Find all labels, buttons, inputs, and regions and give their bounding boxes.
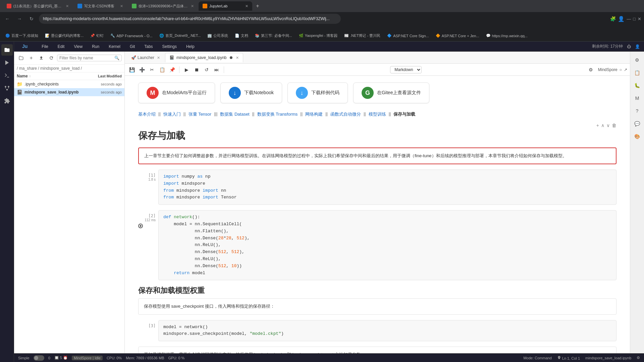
notebook-tab-close[interactable]: ✕ (236, 56, 239, 60)
run-all-button[interactable]: ⏭ (212, 65, 221, 74)
tab-close-4[interactable]: ✕ (245, 4, 248, 8)
bookmark-docs[interactable]: 📄 文档 (232, 33, 251, 39)
share-icon[interactable]: ↗ (624, 67, 627, 72)
add-cell-button[interactable]: ➕ (138, 65, 146, 74)
nav-link-quickstart[interactable]: 快速入门 (163, 111, 181, 117)
right-help-icon[interactable]: ? (632, 105, 643, 117)
browser-tab-3[interactable]: 徐涛+13960699696+产品体验评 ✕ (128, 1, 198, 11)
menu-kernel[interactable]: Kernel (107, 44, 122, 50)
address-input[interactable] (39, 14, 341, 24)
nav-link-autodiff[interactable]: 函数式自动微分 (330, 111, 361, 117)
action-btn-notebook[interactable]: ↓ 下载Notebook (220, 82, 282, 103)
right-mindspore-icon[interactable]: M (632, 93, 643, 104)
cell-code-block-2[interactable]: def network(): model = nn.SequentialCell… (158, 210, 616, 280)
bookmark-netblog[interactable]: 📰 .NET博记 - 曹川民 (341, 33, 383, 39)
menu-edit[interactable]: Edit (56, 44, 67, 50)
close-button[interactable]: ✕ (638, 16, 641, 21)
menu-help[interactable]: Help (184, 44, 197, 50)
right-chat-icon[interactable]: 💬 (632, 118, 643, 129)
browser-tab-4[interactable]: JupyterLab ✕ (199, 1, 252, 11)
bookmark-yao[interactable]: 🌿 Yaopengfei - 博客园 (296, 33, 340, 39)
cut-cell-button[interactable]: ✂ (148, 65, 156, 74)
tab-close-2[interactable]: ✕ (120, 4, 123, 8)
new-folder-button[interactable] (17, 54, 25, 62)
right-settings-status[interactable]: ⚙ (637, 356, 640, 360)
menu-git[interactable]: Git (128, 44, 137, 50)
cell-code-block-3[interactable]: model = network() mindspore.save_checkpo… (158, 320, 616, 342)
search-input[interactable] (59, 56, 113, 60)
nav-link-intro[interactable]: 基本介绍 (138, 111, 156, 117)
activity-terminal-icon[interactable] (1, 70, 13, 81)
settings-icon[interactable]: ⚙ (587, 65, 595, 74)
file-item-checkpoints[interactable]: 📁 .ipynb_checkpoints seconds ago (14, 80, 124, 88)
refresh-button[interactable] (47, 54, 56, 62)
sort-name-button[interactable]: Name ↑ (17, 74, 85, 78)
menu-view[interactable]: View (72, 44, 85, 50)
profile-icon[interactable]: 👤 (618, 16, 625, 22)
run-cell-button[interactable]: ▶ (182, 65, 191, 74)
cell-code-block-1[interactable]: import numpy as np import mindspore from… (158, 170, 616, 205)
bookmark-dingtalk[interactable]: 📌 钉钉 (88, 33, 106, 39)
cell-markdown-1[interactable]: 上一章节主要介绍了如何调整超参数，并进行网络模型训练。在训练网络模型的过程中，实… (138, 147, 616, 164)
tab-close-3[interactable]: ✕ (191, 4, 194, 8)
back-button[interactable]: ← (3, 14, 12, 23)
launcher-tab-close[interactable]: ✕ (157, 56, 160, 60)
restart-kernel-button[interactable]: ↺ (202, 65, 211, 74)
search-box[interactable]: 🔍 (57, 55, 122, 61)
bookmark-aspnet1[interactable]: 🔷 ASP.NET Core Sign... (384, 33, 432, 39)
nb-tab-notebook[interactable]: 📓 mindspore_save_load.ipynb ✕ (165, 53, 243, 62)
file-item-notebook[interactable]: 📓 mindspore_save_load.ipynb seconds ago (14, 88, 124, 96)
run-cell-btn-2[interactable] (138, 224, 143, 228)
paste-cell-button[interactable]: 📌 (168, 65, 176, 74)
activity-run-icon[interactable] (1, 57, 13, 68)
action-btn-modelarts[interactable]: M 在ModelArts平台运行 (138, 82, 215, 103)
nav-link-dataset[interactable]: 数据集 Dataset (220, 111, 249, 117)
user-icon[interactable]: 👤 (635, 44, 640, 49)
simple-toggle[interactable] (34, 355, 44, 361)
extensions-icon[interactable]: 🧩 (610, 16, 616, 21)
nb-tab-launcher[interactable]: 🚀 Launcher ✕ (127, 53, 164, 62)
new-launcher-button[interactable] (27, 54, 36, 62)
move-down-btn[interactable]: ∨ (606, 123, 610, 128)
menu-tabs[interactable]: Tabs (142, 44, 155, 50)
nav-link-network[interactable]: 网络构建 (305, 111, 323, 117)
bookmark-aspnet2[interactable]: 🔶 ASP.NET Core + Jen... (433, 33, 482, 39)
move-up-btn[interactable]: ∧ (601, 123, 604, 128)
reload-button[interactable]: ↻ (27, 14, 36, 23)
save-button[interactable]: 💾 (127, 65, 136, 74)
action-btn-code[interactable]: ↓ 下载样例代码 (287, 82, 348, 103)
menu-run[interactable]: Run (90, 44, 101, 50)
bookmark-baidu[interactable]: 🔵 百度一下,你就知 (3, 33, 41, 39)
right-palette-icon[interactable]: 🎨 (632, 131, 643, 142)
cell-markdown-2[interactable]: 保存模型使用 save_checkpoint 接口，传入网络和指定的保存路径： (138, 298, 616, 314)
bookmark-sec3[interactable]: 📚 第三节: 必备中间... (252, 33, 294, 39)
minimize-button[interactable]: — (627, 16, 631, 21)
browser-tab-2[interactable]: 写文章-CSDN博客 ✕ (73, 1, 127, 11)
tab-close-1[interactable]: ✕ (66, 4, 69, 8)
browser-tab-1[interactable]: (11条消息）墨公媛代码_墨公系列 ✕ (3, 1, 73, 11)
maximize-button[interactable]: □ (633, 16, 636, 21)
nav-link-transforms[interactable]: 数据变换 Transforms (257, 111, 298, 117)
forward-button[interactable]: → (15, 14, 24, 23)
bookmark-abp[interactable]: 🔧 ABP Framework - O... (108, 33, 155, 39)
bookmark-company[interactable]: 🏢 公司系统 (205, 33, 231, 39)
action-btn-gitee[interactable]: G 在Gitee上查看源文件 (353, 82, 429, 103)
new-tab-button[interactable]: + (253, 1, 262, 11)
nav-link-train[interactable]: 模型训练 (369, 111, 386, 117)
delete-cell-btn[interactable]: 🗑 (612, 123, 616, 128)
power-icon[interactable]: ⏻ (627, 44, 631, 49)
right-properties-icon[interactable]: 📋 (632, 67, 643, 78)
add-cell-top-btn[interactable]: + (596, 123, 599, 128)
menu-settings[interactable]: Settings (160, 44, 179, 50)
bookmark-weixin[interactable]: 💬 https://mp.weixin.qq... (483, 33, 530, 39)
right-debug-icon[interactable]: 🐛 (632, 80, 643, 91)
cell-type-select[interactable]: Markdown Code Raw (390, 66, 422, 73)
activity-extension-icon[interactable] (1, 95, 13, 107)
bookmark-mopy[interactable]: 📝 墨公媛代码的博客... (42, 33, 86, 39)
stop-kernel-button[interactable]: ⏹ (192, 65, 201, 74)
activity-git-icon[interactable] (1, 82, 13, 94)
bookmark-dotnet9[interactable]: 🌐 首页_Dotnet9_.NET... (157, 33, 204, 39)
activity-files-icon[interactable] (1, 44, 13, 56)
nav-link-tensor[interactable]: 张量 Tensor (189, 111, 212, 117)
upload-button[interactable] (37, 54, 46, 62)
